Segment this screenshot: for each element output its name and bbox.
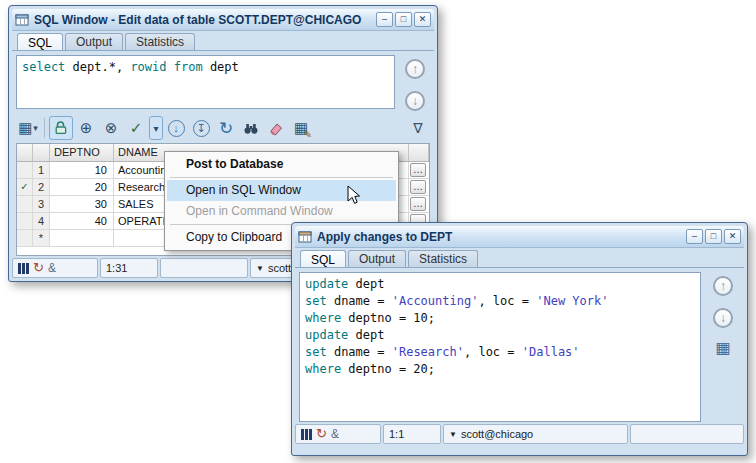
post-options-dropdown-button[interactable]: ▾ xyxy=(149,116,163,140)
refresh-icon: ↻ xyxy=(219,118,233,139)
session-indicator-icon xyxy=(301,428,312,440)
code-token: dept xyxy=(348,328,384,342)
cell-deptno[interactable]: 30 xyxy=(50,196,114,212)
eraser-icon xyxy=(268,120,284,136)
result-grid-icon[interactable]: ▦ xyxy=(715,340,730,356)
close-icon[interactable]: ✕ xyxy=(414,12,431,27)
tab-sql[interactable]: SQL xyxy=(300,250,346,267)
header-spacer xyxy=(409,144,429,161)
code-token: deptno = 20; xyxy=(341,362,435,376)
record-view-button[interactable]: ▦ ▾ xyxy=(16,116,40,140)
toolbar-separator xyxy=(44,118,45,138)
header-deptno[interactable]: DEPTNO xyxy=(50,144,114,161)
code-token: 'New York' xyxy=(536,294,608,308)
window-title: Apply changes to DEPT xyxy=(317,230,681,244)
tab-strip: SQL Output Statistics xyxy=(12,31,434,51)
arrow-down-circle-icon: ↓ xyxy=(168,120,185,137)
row-modified-indicator xyxy=(17,162,33,178)
delete-record-button[interactable]: ⊗ xyxy=(99,116,123,140)
tab-statistics[interactable]: Statistics xyxy=(408,250,478,267)
tab-output[interactable]: Output xyxy=(65,33,123,50)
refresh-button[interactable]: ↻ xyxy=(214,116,238,140)
cursor-position: 1:1 xyxy=(383,424,441,444)
status-bar: ↻ & 1:1 ▼ scott@chicago xyxy=(295,424,744,444)
header-rownum xyxy=(33,144,50,161)
sql-code-line: where deptno = 10; xyxy=(305,310,695,327)
next-page-button[interactable]: ↓ xyxy=(164,116,188,140)
clear-grid-button[interactable] xyxy=(264,116,288,140)
menu-item-post-to-database[interactable]: Post to Database xyxy=(167,154,396,175)
dropdown-arrow-icon: ▼ xyxy=(449,430,457,439)
code-token: from xyxy=(174,60,203,74)
link-icon: & xyxy=(331,427,339,441)
auto-refresh-icon[interactable]: ↻ xyxy=(33,262,44,274)
filter-nabla-icon: ∇ xyxy=(413,120,422,136)
filter-button[interactable]: ∇ xyxy=(406,116,430,140)
fetch-last-page-button[interactable]: ↧ xyxy=(189,116,213,140)
connection-label: scott@chicago xyxy=(461,428,533,440)
minimize-icon[interactable]: – xyxy=(376,12,393,27)
cell-deptno[interactable]: 20 xyxy=(50,179,114,195)
tab-strip: SQL Output Statistics xyxy=(295,248,744,268)
dropdown-arrow-icon: ▼ xyxy=(256,264,264,273)
connection-selector[interactable]: ▼ scott@chicago xyxy=(443,424,628,444)
cell-editor-button[interactable]: … xyxy=(410,180,426,194)
grid-icon: ▦ xyxy=(18,119,32,137)
maximize-icon[interactable]: □ xyxy=(395,12,412,27)
code-token: , loc = xyxy=(464,345,522,359)
lock-icon xyxy=(53,120,69,136)
status-spacer xyxy=(630,424,744,444)
window-title: SQL Window - Edit data of table SCOTT.DE… xyxy=(34,13,371,27)
previous-statement-icon[interactable]: ↑ xyxy=(713,276,733,296)
title-bar[interactable]: SQL Window - Edit data of table SCOTT.DE… xyxy=(12,9,434,31)
cell-deptno[interactable] xyxy=(50,230,114,246)
next-statement-icon[interactable]: ↓ xyxy=(405,91,425,111)
cell-deptno[interactable]: 10 xyxy=(50,162,114,178)
row-number: * xyxy=(33,230,50,246)
next-statement-icon[interactable]: ↓ xyxy=(713,308,733,328)
tab-statistics[interactable]: Statistics xyxy=(125,33,195,50)
binoculars-icon xyxy=(243,120,259,136)
find-button[interactable] xyxy=(239,116,263,140)
close-icon[interactable]: ✕ xyxy=(724,229,741,244)
header-indicator xyxy=(17,144,33,161)
sql-editor[interactable]: select dept.*, rowid from dept xyxy=(16,55,395,109)
minimize-icon[interactable]: – xyxy=(686,229,703,244)
export-grid-button[interactable]: ▦ ✎ xyxy=(289,116,313,140)
row-number: 1 xyxy=(33,162,50,178)
edit-data-lock-button[interactable] xyxy=(49,116,73,140)
code-token: deptno = 10; xyxy=(341,311,435,325)
tab-output[interactable]: Output xyxy=(348,250,406,267)
arrow-down-bar-circle-icon: ↧ xyxy=(193,120,210,137)
cell-deptno[interactable]: 40 xyxy=(50,213,114,229)
title-bar[interactable]: Apply changes to DEPT – □ ✕ xyxy=(295,226,744,248)
check-icon: ✓ xyxy=(130,119,143,137)
cell-editor-button[interactable]: … xyxy=(410,197,426,211)
code-token: dept xyxy=(348,277,384,291)
link-icon: & xyxy=(48,261,56,275)
sql-code-line: set dname = 'Accounting', loc = 'New Yor… xyxy=(305,293,695,310)
maximize-icon[interactable]: □ xyxy=(705,229,722,244)
sql-code-line: where deptno = 20; xyxy=(305,361,695,378)
tab-sql[interactable]: SQL xyxy=(17,33,63,50)
previous-statement-icon[interactable]: ↑ xyxy=(405,59,425,79)
post-changes-button[interactable]: ✓ xyxy=(124,116,148,140)
grid-toolbar: ▦ ▾ ⊕ ⊗ ✓ ▾ ↓ ↧ ↻ xyxy=(12,113,434,143)
row-modified-indicator: ✓ xyxy=(17,179,33,195)
insert-record-button[interactable]: ⊕ xyxy=(74,116,98,140)
cell-editor-button[interactable]: … xyxy=(410,163,426,177)
row-number: 3 xyxy=(33,196,50,212)
sql-code-line: update dept xyxy=(305,276,695,293)
menu-item-open-in-sql-window[interactable]: Open in SQL Window xyxy=(167,180,396,201)
window-table-icon xyxy=(298,230,312,244)
code-token: 'Research' xyxy=(392,345,464,359)
code-token: select xyxy=(22,60,65,74)
code-token: dept.*, xyxy=(65,60,130,74)
plus-circle-icon: ⊕ xyxy=(80,119,93,137)
auto-refresh-icon[interactable]: ↻ xyxy=(316,428,327,440)
cursor-position: 1:31 xyxy=(100,258,158,278)
code-token: dname = xyxy=(327,345,392,359)
code-token: where xyxy=(305,362,341,376)
row-number: 2 xyxy=(33,179,50,195)
sql-editor[interactable]: update dept set dname = 'Accounting', lo… xyxy=(299,272,701,422)
